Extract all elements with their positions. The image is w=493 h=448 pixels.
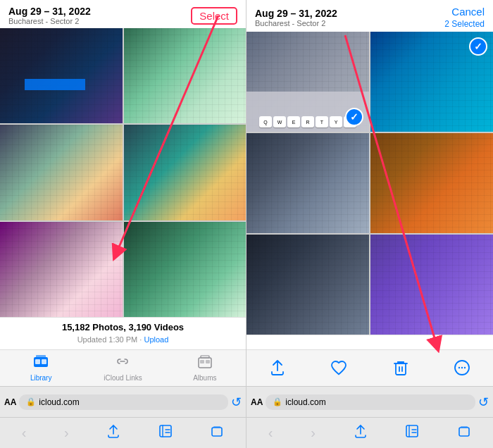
updated-info: Updated 1:30 PM · Upload [8,332,237,345]
key-w: W [273,116,286,127]
svg-rect-1 [36,355,46,358]
right-lock-icon: 🔒 [273,397,282,406]
left-photo-grid [0,28,246,317]
right-address-bar[interactable]: 🔒 icloud.com [266,394,475,410]
photo-cell[interactable] [124,222,246,317]
right-header: Aug 29 – 31, 2022 Bucharest - Sector 2 C… [246,0,493,32]
selected-count: 2 Selected [444,19,485,29]
left-location: Bucharest - Sector 2 [8,17,91,25]
photo-cell[interactable] [0,222,123,317]
photo-cell[interactable]: Q W E R T Y U ✓ [246,32,369,132]
svg-rect-3 [42,359,46,364]
photo-cell[interactable] [0,28,123,123]
back-button-right[interactable]: ‹ [263,422,279,444]
photo-cell[interactable] [246,133,369,233]
key-t: T [316,116,328,127]
left-bottom-info: 15,182 Photos, 3,190 Videos Updated 1:30… [0,317,246,349]
photos-count: 15,182 Photos, 3,190 Videos [8,322,237,332]
svg-rect-17 [461,426,468,428]
back-button-left[interactable]: ‹ [16,422,32,444]
tab-icloud-label: iCloud Links [104,374,142,382]
more-button[interactable] [444,354,480,382]
icloud-links-icon [115,354,130,373]
photo-cell[interactable] [124,125,246,220]
right-location: Bucharest - Sector 2 [255,19,337,27]
browser-bar: AA 🔒 icloud.com ↺ AA 🔒 icloud.com ↺ [0,386,493,417]
left-title-block: Aug 29 – 31, 2022 Bucharest - Sector 2 [8,6,91,25]
key-e: E [287,116,300,127]
lock-icon: 🔒 [26,397,36,406]
tab-library[interactable]: Library [0,354,82,382]
svg-point-11 [464,366,466,368]
reload-icon[interactable]: ↺ [231,394,242,410]
library-icon [33,354,49,373]
selection-check-2[interactable]: ✓ [469,37,487,56]
tab-albums[interactable]: Albums [164,354,246,382]
photo-cell[interactable] [370,133,493,233]
tab-library-label: Library [30,374,52,382]
share-button-left[interactable] [101,421,126,444]
svg-rect-16 [459,428,469,436]
forward-button-left[interactable]: › [58,422,75,444]
right-date: Aug 29 – 31, 2022 [255,8,337,19]
left-tab-bar: Library iCloud Links [0,349,246,386]
svg-rect-7 [206,360,210,363]
tabs-button-left[interactable] [204,421,230,444]
svg-rect-15 [406,425,418,437]
svg-point-10 [461,366,463,368]
delete-button[interactable] [383,354,418,382]
font-size-button[interactable]: AA [4,397,16,407]
action-toolbar [246,349,493,386]
photo-cell[interactable] [124,28,246,123]
share-button[interactable] [260,354,295,382]
right-bottom-info [246,335,493,349]
blue-rect [25,79,86,90]
share-button-right[interactable] [348,421,373,444]
left-header: Aug 29 – 31, 2022 Bucharest - Sector 2 S… [0,0,246,28]
nav-bar: ‹ › ‹ › [0,417,493,448]
svg-rect-12 [160,425,171,437]
left-nav-half: ‹ › [0,418,246,448]
right-header-actions: Cancel 2 Selected [444,6,485,29]
photo-cell[interactable] [246,235,369,335]
left-panel: Aug 29 – 31, 2022 Bucharest - Sector 2 S… [0,0,246,386]
key-r: R [301,116,314,127]
cancel-button[interactable]: Cancel [451,6,485,18]
left-browser-half: AA 🔒 icloud.com ↺ [0,387,246,417]
right-title-block: Aug 29 – 31, 2022 Bucharest - Sector 2 [255,8,337,27]
svg-point-9 [458,366,460,368]
updated-text: Updated 1:30 PM · [77,335,144,344]
left-address-bar[interactable]: 🔒 icloud.com [19,394,228,410]
albums-icon [197,354,213,373]
bookmarks-button-right[interactable] [399,421,425,444]
right-font-size-button[interactable]: AA [251,397,263,407]
svg-rect-6 [200,360,204,363]
left-date: Aug 29 – 31, 2022 [8,6,91,17]
right-address-text: icloud.com [285,397,325,407]
upload-link[interactable]: Upload [144,335,168,344]
left-address-text: icloud.com [39,397,79,407]
right-photo-grid: Q W E R T Y U ✓ ✓ [246,32,493,335]
forward-button-right[interactable]: › [305,422,321,444]
tabs-button-right[interactable] [451,421,477,444]
select-button[interactable]: Select [191,7,237,25]
right-panel: Aug 29 – 31, 2022 Bucharest - Sector 2 C… [246,0,493,386]
like-button[interactable] [321,354,356,382]
selection-check-1[interactable]: ✓ [345,108,363,126]
svg-rect-13 [212,428,222,436]
photo-cell[interactable] [0,125,123,220]
key-q: Q [259,116,272,127]
svg-rect-2 [35,359,40,364]
right-photos-count [255,338,485,347]
bookmarks-button-left[interactable] [153,421,178,444]
right-browser-half: AA 🔒 icloud.com ↺ [246,387,493,417]
tab-icloud-links[interactable]: iCloud Links [82,354,163,382]
svg-rect-14 [213,426,220,428]
svg-rect-5 [201,356,209,358]
tab-albums-label: Albums [193,374,216,382]
right-nav-half: ‹ › [246,418,493,448]
right-reload-icon[interactable]: ↺ [478,394,489,410]
photo-cell[interactable] [370,235,493,335]
key-y: Y [330,116,342,127]
photo-cell[interactable]: ✓ [370,32,493,132]
